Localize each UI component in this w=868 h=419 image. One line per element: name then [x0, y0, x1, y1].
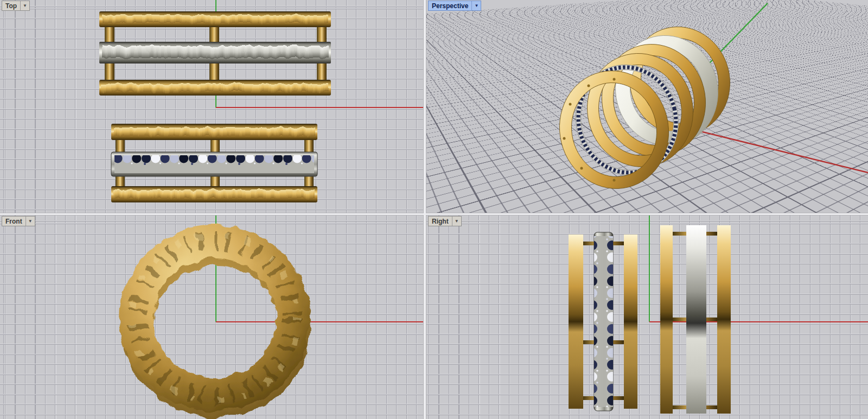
front-view-ring-model: [0, 215, 423, 419]
perspective-ring-model: [426, 0, 868, 213]
viewport-right[interactable]: Right ▼: [426, 215, 868, 419]
viewport-front[interactable]: Front ▼: [0, 215, 423, 419]
right-view-ring-models: [426, 215, 868, 419]
chevron-down-icon[interactable]: ▼: [25, 217, 35, 226]
viewport-perspective[interactable]: Perspective ▼: [426, 0, 868, 213]
chevron-down-icon[interactable]: ▼: [471, 1, 481, 10]
top-view-ring-models: [0, 0, 423, 213]
viewport-tab-right[interactable]: Right ▼: [428, 216, 462, 226]
viewport-tab-perspective[interactable]: Perspective ▼: [428, 1, 481, 11]
viewport-title: Right: [432, 218, 452, 225]
viewport-top[interactable]: Top ▼: [0, 0, 423, 213]
viewport-title: Front: [5, 218, 25, 225]
chevron-down-icon[interactable]: ▼: [452, 217, 461, 226]
cad-four-viewport-workspace: Top ▼: [0, 0, 868, 419]
viewport-tab-top[interactable]: Top ▼: [2, 1, 30, 11]
viewport-title: Top: [5, 2, 20, 10]
viewport-title: Perspective: [432, 2, 471, 10]
viewport-tab-front[interactable]: Front ▼: [2, 216, 35, 226]
chevron-down-icon[interactable]: ▼: [20, 1, 29, 10]
